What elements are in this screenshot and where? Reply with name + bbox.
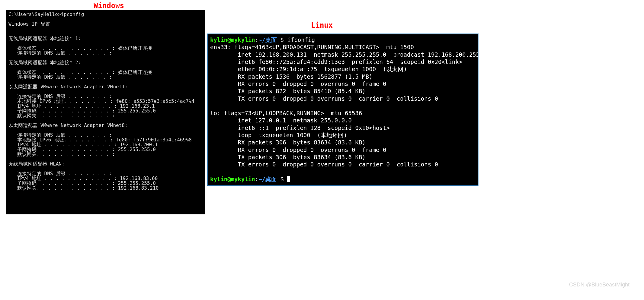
linux-prompt-path: ~/桌面 [258, 176, 277, 182]
linux-prompt-colon: : [255, 176, 258, 182]
linux-output-line: inet6 ::1 prefixlen 128 scopeid 0x10<hos… [210, 125, 390, 131]
linux-output-line: ens33: flags=4163<UP,BROADCAST,RUNNING,M… [210, 44, 414, 50]
windows-terminal[interactable]: C:\Users\SayHello>ipconfig Windows IP 配置… [6, 10, 205, 214]
linux-output-line: RX errors 0 dropped 0 overruns 0 frame 0 [210, 147, 386, 153]
cursor-icon [287, 176, 290, 182]
linux-output-line: lo: flags=73<UP,LOOPBACK,RUNNING> mtu 65… [210, 110, 362, 116]
linux-output-line: loop txqueuelen 1000 (本地环回) [210, 132, 347, 138]
linux-prompt-path: ~/桌面 [258, 36, 277, 43]
linux-output-line: RX packets 306 bytes 83634 (83.6 KB) [210, 139, 366, 146]
linux-command: ifconfig [287, 36, 315, 43]
linux-output-line: TX packets 822 bytes 85410 (85.4 KB) [210, 88, 366, 94]
linux-label: Linux [311, 21, 333, 30]
linux-output-line: RX errors 0 dropped 0 overruns 0 frame 0 [210, 81, 386, 87]
linux-output-line: TX errors 0 dropped 0 overruns 0 carrier… [210, 161, 438, 168]
linux-prompt-symbol: $ [277, 36, 287, 43]
watermark-text: CSDN @BlueBeastMight [569, 282, 630, 288]
linux-prompt-symbol: $ [277, 176, 287, 182]
windows-label: Windows [94, 2, 124, 10]
linux-prompt-colon: : [255, 36, 258, 43]
linux-output-line: TX errors 0 dropped 0 overruns 0 carrier… [210, 95, 438, 102]
linux-terminal[interactable]: kylin@mykylin:~/桌面 $ ifconfig ens33: fla… [207, 34, 478, 186]
linux-prompt-user: kylin@mykylin [210, 176, 255, 182]
linux-output-line: ether 00:0c:29:1d:af:75 txqueuelen 1000 … [210, 66, 407, 72]
linux-output-line: inet 192.168.200.131 netmask 255.255.255… [210, 51, 478, 58]
linux-prompt-user: kylin@mykylin [210, 36, 255, 43]
linux-output-line: inet6 fe80::725a:afe4:cdd9:13e3 prefixle… [210, 58, 462, 65]
linux-output-line: inet 127.0.0.1 netmask 255.0.0.0 [210, 117, 352, 124]
linux-output-line: RX packets 1536 bytes 1562877 (1.5 MB) [210, 73, 373, 80]
linux-output-line: TX packets 306 bytes 83634 (83.6 KB) [210, 154, 366, 160]
page-root: Windows Linux C:\Users\SayHello>ipconfig… [0, 0, 644, 300]
